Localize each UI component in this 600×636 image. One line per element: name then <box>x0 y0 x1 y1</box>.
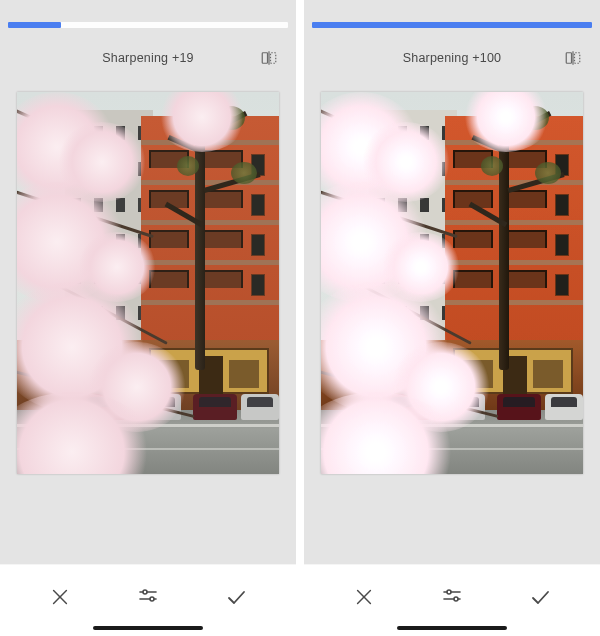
editor-bottom-bar <box>0 564 296 636</box>
close-icon <box>49 586 71 608</box>
svg-point-16 <box>447 590 451 594</box>
sharpening-slider-track[interactable] <box>312 22 592 28</box>
svg-rect-10 <box>566 53 571 64</box>
compare-icon[interactable] <box>564 49 582 67</box>
filter-status-row: Sharpening +100 <box>304 38 600 78</box>
compare-icon[interactable] <box>260 49 278 67</box>
confirm-button[interactable] <box>512 576 568 618</box>
adjust-button[interactable] <box>120 576 176 618</box>
home-indicator <box>397 626 507 630</box>
cancel-button[interactable] <box>32 576 88 618</box>
filter-status-row: Sharpening +19 <box>0 38 296 78</box>
filter-label: Sharpening +19 <box>102 51 193 65</box>
editor-bottom-bar <box>304 564 600 636</box>
close-icon <box>353 586 375 608</box>
check-icon <box>528 585 552 609</box>
photo-preview-wrap <box>304 78 600 564</box>
sliders-icon <box>136 585 160 609</box>
filter-label: Sharpening +100 <box>403 51 502 65</box>
confirm-button[interactable] <box>208 576 264 618</box>
home-indicator <box>93 626 203 630</box>
svg-point-6 <box>143 590 147 594</box>
photo-preview[interactable] <box>17 92 279 474</box>
sharpening-slider-track[interactable] <box>8 22 288 28</box>
svg-point-8 <box>150 597 154 601</box>
editor-panel-right: Sharpening +100 <box>304 0 600 636</box>
check-icon <box>224 585 248 609</box>
cancel-button[interactable] <box>336 576 392 618</box>
sharpening-slider-fill <box>312 22 592 28</box>
svg-rect-11 <box>575 53 580 64</box>
photo-preview-wrap <box>0 78 296 564</box>
editor-panel-left: Sharpening +19 <box>0 0 296 636</box>
adjust-button[interactable] <box>424 576 480 618</box>
photo-preview[interactable] <box>321 92 583 474</box>
svg-rect-1 <box>271 53 276 64</box>
sharpening-slider-fill <box>8 22 61 28</box>
svg-point-18 <box>454 597 458 601</box>
svg-rect-0 <box>262 53 267 64</box>
sliders-icon <box>440 585 464 609</box>
